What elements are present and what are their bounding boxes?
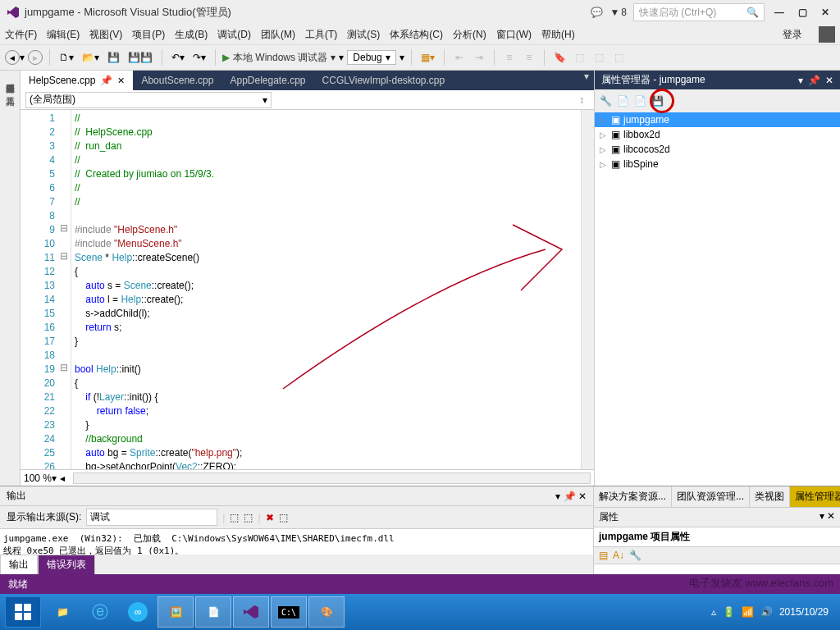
- uncomment-button[interactable]: ≡: [521, 48, 537, 66]
- project-icon: ▣: [611, 114, 620, 126]
- menu-tools[interactable]: 工具(T): [305, 28, 337, 42]
- close-button[interactable]: ✕: [817, 4, 833, 21]
- nav-forward-button[interactable]: ►: [28, 50, 43, 65]
- scope-dropdown[interactable]: (全局范围)▾: [25, 92, 272, 108]
- sign-in-link[interactable]: 登录: [783, 28, 802, 42]
- vertical-scrollbar[interactable]: [581, 110, 594, 469]
- taskbar-image-icon[interactable]: 🖼️: [158, 596, 194, 628]
- svg-rect-3: [15, 613, 22, 620]
- close-icon[interactable]: ✕: [117, 75, 125, 86]
- categorized-icon[interactable]: ▤: [599, 550, 608, 561]
- menu-help[interactable]: 帮助(H): [541, 28, 575, 42]
- class-view-tab[interactable]: 类视图: [750, 486, 790, 507]
- panel-dropdown-icon[interactable]: ▾: [798, 75, 803, 86]
- redo-button[interactable]: ↷▾: [190, 48, 208, 66]
- tree-item-libbox2d[interactable]: ▷▣libbox2d: [595, 127, 840, 142]
- indent-right-button[interactable]: ⇥: [471, 48, 487, 66]
- notification-flag[interactable]: ▼8: [609, 7, 627, 18]
- panel-close-icon[interactable]: ✕: [825, 75, 833, 86]
- tb-btn3[interactable]: ⬚: [591, 48, 608, 66]
- tray-battery-icon[interactable]: 🔋: [723, 606, 735, 618]
- user-icon[interactable]: [819, 26, 835, 43]
- start-button[interactable]: [5, 596, 41, 628]
- menu-test[interactable]: 测试(S): [347, 28, 380, 42]
- menu-view[interactable]: 视图(V): [89, 28, 122, 42]
- open-file-button[interactable]: 📂▾: [80, 48, 102, 66]
- tb-btn1[interactable]: ▦▾: [418, 48, 437, 66]
- feedback-icon[interactable]: 💬: [591, 7, 603, 18]
- code-editor[interactable]: 1234567891011121314151617181920212223242…: [21, 110, 594, 469]
- output-tab[interactable]: 输出: [0, 555, 38, 574]
- add-sheet-icon[interactable]: 📄: [617, 95, 629, 107]
- maximize-button[interactable]: ▢: [794, 4, 810, 21]
- menu-file[interactable]: 文件(F): [5, 28, 37, 42]
- menu-build[interactable]: 生成(B): [175, 28, 208, 42]
- clear-output-button[interactable]: ✖: [266, 512, 274, 523]
- menu-team[interactable]: 团队(M): [261, 28, 295, 42]
- panel-dropdown-icon[interactable]: ▾ 📌 ✕: [555, 491, 587, 502]
- server-explorer-tab[interactable]: 服务器资源管理器: [0, 71, 20, 84]
- tray-volume-icon[interactable]: 🔊: [760, 606, 773, 618]
- tab-helpscene[interactable]: HelpScene.cpp📌✕: [21, 71, 133, 90]
- menu-analyze[interactable]: 分析(N): [453, 28, 486, 42]
- tab-overflow-button[interactable]: ▾: [579, 71, 594, 90]
- taskbar-cmd-icon[interactable]: C:\: [271, 596, 307, 628]
- indent-left-button[interactable]: ⇤: [451, 48, 468, 66]
- zoom-dropdown[interactable]: 100 %: [24, 472, 52, 484]
- toolbox-tab[interactable]: 工具箱: [0, 84, 20, 97]
- minimize-button[interactable]: —: [771, 4, 788, 21]
- team-explorer-tab[interactable]: 团队资源管理...: [672, 486, 750, 507]
- solution-explorer-tab[interactable]: 解决方案资源...: [594, 486, 672, 507]
- taskbar-explorer-icon[interactable]: 📁: [44, 596, 80, 628]
- menu-edit[interactable]: 编辑(E): [47, 28, 80, 42]
- taskbar-notepad-icon[interactable]: 📄: [195, 596, 231, 628]
- wrench-icon[interactable]: 🔧: [629, 550, 641, 561]
- save-icon[interactable]: 💾: [651, 95, 664, 107]
- start-debug-button[interactable]: ▶ 本地 Windows 调试器▾: [222, 51, 336, 65]
- wrench-icon[interactable]: 🔧: [600, 95, 612, 107]
- tb-btn4[interactable]: ⬚: [611, 48, 628, 66]
- menu-debug[interactable]: 调试(D): [217, 28, 251, 42]
- menu-window[interactable]: 窗口(W): [496, 28, 532, 42]
- bookmark-button[interactable]: 🔖: [551, 48, 568, 66]
- alphabetical-icon[interactable]: A↓: [613, 550, 624, 561]
- output-text[interactable]: jumpgame.exe (Win32): 已加载 C:\Windows\Sys…: [0, 529, 593, 555]
- menu-arch[interactable]: 体系结构(C): [390, 28, 443, 42]
- tree-item-jumpgame[interactable]: ▷▣jumpgame: [595, 112, 840, 127]
- comment-button[interactable]: ≡: [501, 48, 518, 66]
- output-source-dropdown[interactable]: 调试: [86, 509, 217, 526]
- tab-ccglview[interactable]: CCGLViewImpl-desktop.cpp: [314, 71, 454, 90]
- quick-launch-input[interactable]: 快速启动 (Ctrl+Q)🔍: [633, 3, 765, 21]
- taskbar-ie-icon[interactable]: ⓔ: [82, 596, 118, 628]
- save-all-button[interactable]: 💾💾: [126, 48, 155, 66]
- tab-aboutscene[interactable]: AboutScene.cpp: [133, 71, 221, 90]
- taskbar-paint-icon[interactable]: 🎨: [308, 596, 345, 628]
- tb-btn2[interactable]: ⬚: [572, 48, 588, 66]
- horizontal-scrollbar[interactable]: [73, 472, 591, 484]
- property-manager-tab[interactable]: 属性管理器: [790, 486, 840, 507]
- menu-project[interactable]: 项目(P): [132, 28, 165, 42]
- tab-appdelegate[interactable]: AppDelegate.cpp: [221, 71, 313, 90]
- nav-back-button[interactable]: ◄▾: [5, 50, 25, 65]
- system-tray[interactable]: ▵ 🔋 📶 🔊 2015/10/29: [711, 606, 835, 618]
- out-btn1[interactable]: ⬚: [230, 512, 239, 523]
- undo-button[interactable]: ↶▾: [169, 48, 187, 66]
- out-btn2[interactable]: ⬚: [244, 512, 253, 523]
- new-project-button[interactable]: 🗋▾: [57, 48, 76, 66]
- tree-item-libcocos2d[interactable]: ▷▣libcocos2d: [595, 142, 840, 157]
- pin-icon[interactable]: 📌: [808, 75, 820, 86]
- save-button[interactable]: 💾: [105, 48, 122, 66]
- add-existing-sheet-icon[interactable]: 📄: [634, 95, 646, 107]
- taskbar-app-icon[interactable]: ∞: [120, 596, 156, 628]
- tree-item-libspine[interactable]: ▷▣libSpine: [595, 157, 840, 171]
- property-manager-tree[interactable]: ▷▣jumpgame ▷▣libbox2d ▷▣libcocos2d ▷▣lib…: [595, 112, 840, 486]
- tray-network-icon[interactable]: 📶: [742, 606, 754, 618]
- toggle-wrap-button[interactable]: ⬚: [279, 512, 288, 523]
- config-dropdown[interactable]: Debug▾: [347, 50, 395, 65]
- split-horizontal-button[interactable]: ↕: [574, 94, 589, 106]
- tray-up-icon[interactable]: ▵: [711, 606, 716, 618]
- errorlist-tab[interactable]: 错误列表: [38, 555, 95, 574]
- taskbar-vs-icon[interactable]: [233, 596, 269, 628]
- tray-date[interactable]: 2015/10/29: [779, 606, 829, 618]
- pin-icon[interactable]: 📌: [100, 75, 112, 86]
